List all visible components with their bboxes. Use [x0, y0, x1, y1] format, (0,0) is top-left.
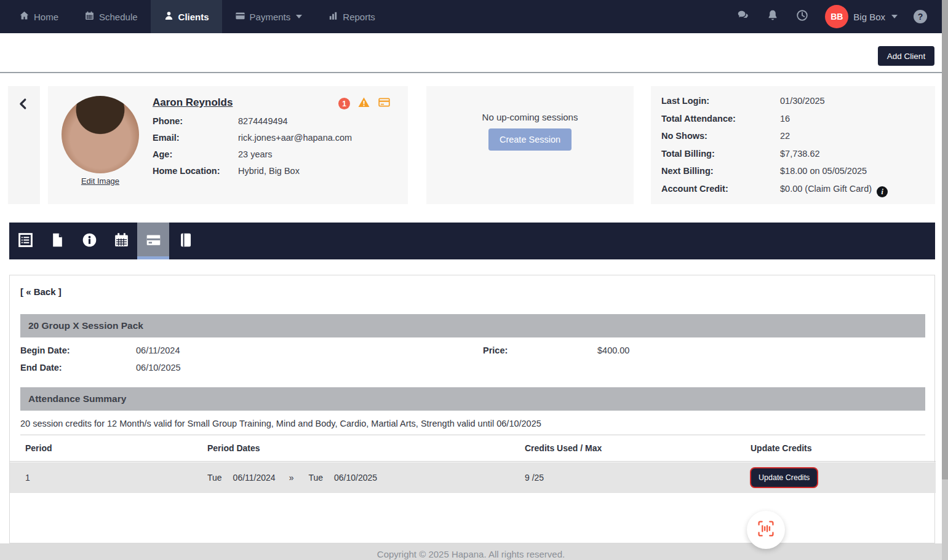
column-header-credits: Credits Used / Max	[525, 443, 602, 453]
field-value: 8274449494	[238, 116, 352, 126]
tab-notes[interactable]	[169, 223, 201, 259]
tab-memberships[interactable]	[9, 223, 41, 259]
column-header-period-dates: Period Dates	[207, 443, 260, 453]
top-navbar: Home Schedule Clients Payments Reports B…	[0, 0, 942, 33]
nav-item-reports[interactable]: Reports	[315, 0, 388, 33]
field-label: Age:	[153, 149, 238, 159]
stat-value: $0.00 (Claim Gift Card)i	[780, 184, 888, 198]
stat-value: 01/30/2025	[780, 96, 888, 106]
book-icon	[177, 232, 194, 251]
add-client-button[interactable]: Add Client	[878, 46, 934, 66]
account-name: Big Box	[853, 12, 885, 22]
field-label: Email:	[153, 133, 238, 143]
alert-count-badge[interactable]: 1	[338, 98, 350, 109]
home-icon	[19, 10, 30, 23]
stat-label: Last Login:	[661, 96, 780, 106]
client-name-link[interactable]: Aaron Reynolds	[153, 97, 233, 109]
calendar-icon	[84, 10, 95, 23]
attendance-summary-title: Attendance Summary	[28, 393, 126, 404]
messages-icon[interactable]	[736, 9, 750, 25]
nav-item-payments[interactable]: Payments	[222, 0, 316, 33]
nav-item-label: Payments	[250, 12, 291, 22]
stat-label: Total Attendance:	[661, 114, 780, 124]
membership-detail-panel: [ « Back ] 20 Group X Session Pack Begin…	[9, 275, 935, 543]
stat-label: Next Billing:	[661, 166, 780, 176]
page-footer: Copyright © 2025 Hapana. All rights rese…	[0, 543, 942, 560]
column-header-period: Period	[25, 443, 52, 453]
barcode-icon	[756, 519, 776, 541]
to-day: Tue	[308, 473, 323, 483]
person-icon	[164, 10, 174, 23]
barcode-scan-button[interactable]	[747, 511, 785, 549]
field-label: Phone:	[153, 116, 238, 126]
nav-item-label: Clients	[178, 12, 209, 22]
main-nav: Home Schedule Clients Payments Reports	[6, 0, 388, 33]
tab-info[interactable]	[73, 223, 105, 259]
column-header-update: Update Credits	[751, 443, 812, 453]
price-value: $400.00	[597, 345, 629, 355]
tab-schedule[interactable]	[105, 223, 137, 259]
client-photo	[62, 96, 139, 173]
help-icon[interactable]: ?	[914, 10, 927, 23]
info-circle-icon	[81, 232, 98, 251]
vertical-scrollbar[interactable]	[942, 0, 948, 560]
from-day: Tue	[207, 473, 222, 483]
stat-value: 16	[780, 114, 888, 124]
table-row: 1 Tue 06/11/2024 » Tue 06/10/2025 9 /25 …	[10, 462, 936, 493]
calendar-icon	[113, 232, 130, 251]
to-date: 06/10/2025	[334, 473, 377, 483]
cell-period: 1	[25, 473, 30, 483]
attendance-summary-bar: Attendance Summary	[20, 387, 925, 411]
nav-item-clients[interactable]: Clients	[151, 0, 222, 33]
create-session-button[interactable]: Create Session	[488, 128, 572, 151]
field-value: Hybrid, Big Box	[238, 166, 352, 176]
active-tab-underline	[137, 256, 169, 259]
pack-title: 20 Group X Session Pack	[28, 320, 143, 331]
stat-value: $7,738.62	[780, 149, 888, 159]
no-sessions-text: No up-coming sessions	[426, 112, 634, 122]
stat-value: 22	[780, 131, 888, 141]
nav-item-home[interactable]: Home	[6, 0, 71, 33]
begin-date-value: 06/11/2024	[136, 345, 180, 355]
stats-fields: Last Login: 01/30/2025 Total Attendance:…	[661, 96, 888, 197]
back-link[interactable]: [ « Back ]	[20, 286, 62, 297]
edit-image-link[interactable]: Edit Image	[62, 176, 139, 186]
bar-chart-icon	[328, 10, 338, 23]
header-divider	[0, 72, 942, 73]
table-header-row: Period Period Dates Credits Used / Max U…	[10, 435, 936, 462]
notifications-icon[interactable]	[766, 9, 779, 25]
document-icon	[49, 232, 66, 251]
info-icon[interactable]: i	[877, 186, 888, 197]
update-credits-button[interactable]: Update Credits	[750, 467, 818, 488]
stat-label: Total Billing:	[661, 149, 780, 159]
end-date-value: 06/10/2025	[136, 363, 181, 373]
stat-value: $18.00 on 05/05/2025	[780, 166, 888, 176]
billing-card-icon[interactable]	[378, 96, 391, 111]
pack-title-bar: 20 Group X Session Pack	[20, 314, 925, 337]
credit-card-icon	[145, 232, 162, 251]
account-menu[interactable]: BB Big Box	[825, 5, 898, 28]
scrollbar-thumb[interactable]	[942, 0, 948, 479]
nav-item-schedule[interactable]: Schedule	[71, 0, 151, 33]
end-date-label: End Date:	[20, 363, 62, 373]
nav-item-label: Schedule	[99, 12, 138, 22]
profile-alert-icons: 1	[338, 96, 391, 111]
client-profile-card: Edit Image Aaron Reynolds Phone: 8274449…	[48, 86, 408, 204]
cell-period-dates: Tue 06/11/2024 » Tue 06/10/2025	[207, 473, 377, 483]
upcoming-sessions-card: No up-coming sessions Create Session	[426, 86, 634, 204]
collapse-profile-strip[interactable]	[8, 86, 40, 204]
tab-documents[interactable]	[41, 223, 73, 259]
navbar-right: BB Big Box ?	[736, 0, 942, 33]
stat-label: Account Credit:	[661, 184, 780, 198]
profile-fields: Phone: 8274449494 Email: rick.jones+aar@…	[153, 116, 352, 176]
clock-icon[interactable]	[795, 9, 809, 25]
chevron-left-icon[interactable]	[17, 97, 30, 113]
nav-item-label: Reports	[343, 12, 375, 22]
price-label: Price:	[483, 345, 508, 355]
warning-icon[interactable]	[357, 96, 370, 111]
avatar[interactable]: BB	[825, 5, 848, 28]
credits-summary-text: 20 session credits for 12 Month/s valid …	[20, 419, 541, 428]
stat-label: No Shows:	[661, 131, 780, 141]
account-credit-value: $0.00 (Claim Gift Card)	[780, 184, 872, 194]
tab-billing[interactable]	[137, 223, 169, 259]
